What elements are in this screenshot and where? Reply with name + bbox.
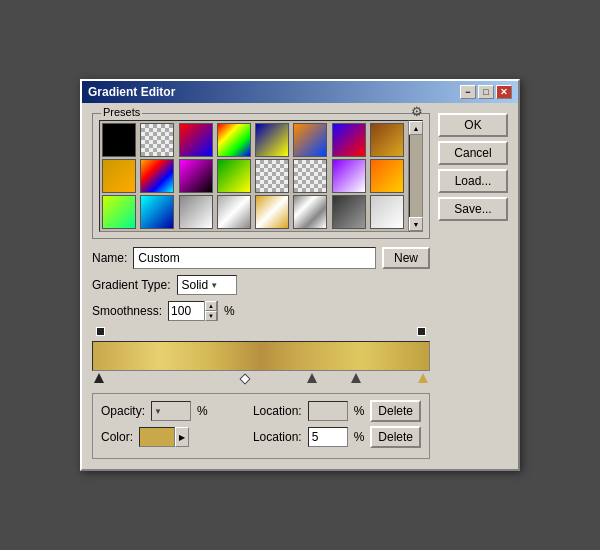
preset-swatch[interactable] [179,159,213,193]
color-location-unit: % [354,430,365,444]
opacity-delete-button[interactable]: Delete [370,400,421,422]
color-stop-mid3[interactable] [351,373,361,383]
color-stop-end[interactable] [418,373,428,383]
color-picker-area: ▶ [139,427,189,447]
preset-swatch[interactable] [140,123,174,157]
restore-button[interactable]: □ [478,85,494,99]
opacity-stops-row [92,327,430,339]
stops-group: Opacity: ▼ % Location: % Delete Color: [92,393,430,459]
preset-swatch[interactable] [293,123,327,157]
scroll-track[interactable] [410,135,422,217]
presets-group: Presets ⚙ ▲ ▼ [92,113,430,239]
opacity-location-label: Location: [253,404,302,418]
gradient-type-label: Gradient Type: [92,278,171,292]
preset-swatch[interactable] [217,159,251,193]
preset-swatch[interactable] [217,123,251,157]
opacity-stop-right[interactable] [417,327,426,336]
dialog-body: Presets ⚙ ▲ ▼ Name: New [82,103,518,469]
dialog-title: Gradient Editor [88,85,175,99]
gradient-preview-bar[interactable] [92,341,430,371]
name-label: Name: [92,251,127,265]
titlebar: Gradient Editor − □ ✕ [82,81,518,103]
smoothness-decrement-button[interactable]: ▼ [205,311,217,321]
gradient-bar-area [92,327,430,389]
smoothness-spinner: ▲ ▼ [168,301,218,321]
preset-swatch[interactable] [332,195,366,229]
presets-grid [99,120,409,232]
smoothness-input[interactable] [169,302,204,320]
smoothness-increment-button[interactable]: ▲ [205,301,217,311]
opacity-location-unit: % [354,404,365,418]
ok-button[interactable]: OK [438,113,508,137]
color-stops-row [92,373,430,389]
color-stop-label: Color: [101,430,133,444]
opacity-stop-row: Opacity: ▼ % Location: % Delete [101,400,421,422]
color-delete-button[interactable]: Delete [370,426,421,448]
scroll-down-button[interactable]: ▼ [409,217,423,231]
preset-swatch[interactable] [255,159,289,193]
presets-legend: Presets [101,106,142,118]
preset-swatch[interactable] [179,195,213,229]
color-preview-swatch[interactable] [139,427,175,447]
smoothness-row: Smoothness: ▲ ▼ % [92,301,430,321]
color-stop-start[interactable] [94,373,104,383]
preset-swatch[interactable] [140,195,174,229]
color-stop-row: Color: ▶ Location: % Delete [101,426,421,448]
opacity-dropdown[interactable]: ▼ [151,401,191,421]
preset-swatch[interactable] [102,123,136,157]
minimize-button[interactable]: − [460,85,476,99]
smoothness-label: Smoothness: [92,304,162,318]
opacity-unit: % [197,404,208,418]
save-button[interactable]: Save... [438,197,508,221]
name-input[interactable] [133,247,376,269]
close-button[interactable]: ✕ [496,85,512,99]
preset-swatch[interactable] [102,159,136,193]
preset-swatch[interactable] [293,159,327,193]
new-button[interactable]: New [382,247,430,269]
preset-swatch[interactable] [102,195,136,229]
name-row: Name: New [92,247,430,269]
opacity-stop-label: Opacity: [101,404,145,418]
presets-scrollbar: ▲ ▼ [409,120,423,232]
presets-grid-container: ▲ ▼ [99,120,423,232]
right-panel: OK Cancel Load... Save... [438,113,508,459]
load-button[interactable]: Load... [438,169,508,193]
preset-swatch[interactable] [140,159,174,193]
color-location-label: Location: [253,430,302,444]
preset-swatch[interactable] [255,195,289,229]
gradient-type-arrow-icon: ▼ [210,281,218,290]
smoothness-unit: % [224,304,235,318]
gradient-type-value: Solid [182,278,209,292]
preset-swatch[interactable] [217,195,251,229]
opacity-location-input [308,401,348,421]
preset-swatch[interactable] [332,123,366,157]
preset-swatch[interactable] [293,195,327,229]
preset-swatch[interactable] [179,123,213,157]
smoothness-spinner-buttons: ▲ ▼ [204,301,217,321]
color-arrow-button[interactable]: ▶ [175,427,189,447]
color-location-input[interactable] [308,427,348,447]
gradient-type-row: Gradient Type: Solid ▼ [92,275,430,295]
preset-swatch[interactable] [332,159,366,193]
opacity-dropdown-arrow-icon: ▼ [154,407,162,416]
color-stop-mid1[interactable] [239,373,250,384]
opacity-stop-left[interactable] [96,327,105,336]
scroll-up-button[interactable]: ▲ [409,121,423,135]
preset-swatch[interactable] [370,159,404,193]
gradient-editor-dialog: Gradient Editor − □ ✕ Presets ⚙ ▲ ▼ [80,79,520,471]
presets-gear-icon[interactable]: ⚙ [411,104,423,119]
color-stop-mid2[interactable] [307,373,317,383]
titlebar-buttons: − □ ✕ [460,85,512,99]
cancel-button[interactable]: Cancel [438,141,508,165]
gradient-type-select[interactable]: Solid ▼ [177,275,237,295]
preset-swatch[interactable] [370,195,404,229]
preset-swatch[interactable] [370,123,404,157]
left-panel: Presets ⚙ ▲ ▼ Name: New [92,113,430,459]
preset-swatch[interactable] [255,123,289,157]
